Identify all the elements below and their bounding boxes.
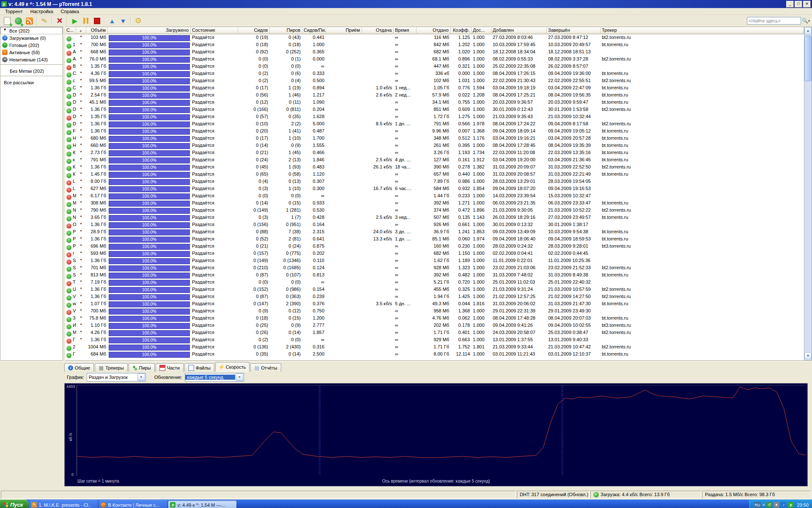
table-row[interactable]: ↑V*700 Мб100.0%Раздаётся0 (9)0 (12)0.750…	[65, 308, 804, 315]
sidebar-item-active[interactable]: ↕Активные (59)	[0, 49, 63, 56]
table-row[interactable]: ↑С*1.36 Гб100.0%Раздаётся0 (17)1 (19)0.8…	[65, 85, 804, 92]
table-row[interactable]: ↑М*6.17 Гб100.0%Раздаётся0 (0)0 (0)∞∞1.4…	[65, 193, 804, 200]
column-header-добавлен[interactable]: Добавлен	[491, 27, 547, 34]
maximize-button[interactable]: □	[795, 1, 802, 8]
sidebar-item-down[interactable]: ↓Загружаемые (0)	[0, 34, 63, 41]
table-row[interactable]: ↑О*1.36 Гб100.0%Раздаётся0 (156)0 (951)0…	[65, 221, 804, 229]
tray-collapse-icon[interactable]: «	[763, 502, 765, 507]
table-row[interactable]: ↑Н*660 Мб100.0%Раздаётся0 (14)0 (9)1.555…	[65, 142, 804, 149]
table-row[interactable]: ↑S*813 Мб100.0%Раздаётся0 (87)0 (107)0.8…	[65, 272, 804, 279]
tray-icon[interactable]: ♪	[781, 502, 786, 508]
table-row[interactable]: ↑L*627 Мб100.0%Раздаётся0 (3)1 (10)0.300…	[65, 185, 804, 193]
taskbar-button[interactable]: µv: 4.49 к ^: 1.54 M —...	[168, 500, 236, 508]
table-row[interactable]: ↑L*8.00 Гб100.0%Раздаётся0 (4)0 (13)0.30…	[65, 178, 804, 185]
tray-icon[interactable]: ↺	[766, 502, 772, 508]
table-row[interactable]: ↑D*1.35 Гб100.0%Раздаётся0 (57)0 (35)1.6…	[65, 113, 804, 121]
minimize-button[interactable]: _	[786, 1, 794, 8]
table-row[interactable]: ↑И*1.10 Гб100.0%Раздаётся0 (25)0 (9)2.77…	[65, 322, 804, 329]
table-row[interactable]: ↑21004 Мб100.0%Раздаётся0 (136)2 (430)0.…	[65, 344, 804, 351]
column-header-объм[interactable]: Объём	[86, 27, 108, 34]
scroll-track[interactable]	[804, 35, 812, 352]
column-header-пиров[interactable]: Пиров	[270, 27, 302, 34]
column-header-отдано[interactable]: Отдано	[417, 27, 451, 34]
sidebar-item-asterisk[interactable]: *Все (202)	[0, 27, 63, 34]
column-header-с[interactable]: С...	[65, 27, 76, 34]
table-row[interactable]: ↑Т*7.19 Гб100.0%Раздаётся0 (0)0 (0)∞∞5.2…	[65, 279, 804, 286]
column-header-отдача[interactable]: Отдача	[362, 27, 394, 34]
table-row[interactable]: ↑D*45.1 Мб100.0%Раздаётся0 (12)0 (11)1.0…	[65, 99, 804, 106]
column-header-завершн[interactable]: Завершён	[547, 27, 601, 34]
menu-item-торрент[interactable]: Торрент	[2, 8, 26, 14]
vertical-scrollbar[interactable]: ▲ ▼	[804, 27, 812, 360]
table-row[interactable]: ↑F*1.36 Гб100.0%Раздаётся0 (20)1 (41)0.4…	[65, 128, 804, 135]
tab-info[interactable]: iОбщие	[64, 363, 94, 372]
table-row[interactable]: ↑К*1.36 Гб100.0%Раздаётся0 (45)1 (93)0.4…	[65, 164, 804, 171]
column-header-загружено[interactable]: Загружено	[108, 27, 191, 34]
table-row[interactable]: ↑U*1.36 Гб100.0%Раздаётся0 (152)0 (986)0…	[65, 286, 804, 293]
tab-peers[interactable]: Пиры	[129, 363, 155, 372]
move-down-icon[interactable]: ▼	[118, 16, 128, 26]
close-button[interactable]: ✕	[803, 1, 811, 8]
table-row[interactable]: ↑М*4.26 Гб100.0%Раздаётся0 (26)0 (14)1.8…	[65, 329, 804, 337]
pause-icon[interactable]	[81, 16, 91, 26]
tab-pieces[interactable]: Части	[156, 363, 184, 372]
graph-type-select[interactable]: Раздач и Загрузок ▼	[87, 373, 146, 381]
table-row[interactable]: ↑г*593 Мб100.0%Раздаётся0 (157)0 (775)0.…	[65, 250, 804, 257]
table-row[interactable]: ↑В*1.35 Гб100.0%Раздаётся0 (0)0 (0)∞∞447…	[65, 63, 804, 70]
table-row[interactable]: ↑К*2.73 Гб100.0%Раздаётся0 (21)1 (45)0.4…	[65, 149, 804, 157]
stop-icon[interactable]	[92, 16, 102, 26]
language-indicator[interactable]: RU	[754, 502, 761, 508]
table-row[interactable]: ↑1*700 Мб100.0%Раздаётся0 (18)0 (18)1.00…	[65, 41, 804, 49]
table-row[interactable]: ↑N*790 Мб100.0%Раздаётся0 (149)1 (281)0.…	[65, 207, 804, 214]
column-header-сидов[interactable]: Сидов	[238, 27, 270, 34]
column-header-трекер[interactable]: Трекер	[601, 27, 804, 34]
table-row[interactable]: ↑Г684 Мб100.0%Раздаётся0 (35)0 (14)2.500…	[65, 351, 804, 358]
sidebar-item-feeds[interactable]: Все рассылки	[0, 79, 63, 86]
table-row[interactable]: ↑Р*28.9 Гб100.0%Раздаётся0 (88)7 (38)2.3…	[65, 229, 804, 236]
utorrent-tray-icon[interactable]: µ	[788, 502, 793, 508]
table-row[interactable]: ↑S*1.36 Гб100.0%Раздаётся0 (149)0 (1346)…	[65, 257, 804, 265]
column-header-состояние[interactable]: Состояние	[191, 27, 238, 34]
chevron-down-icon[interactable]: ▼	[236, 373, 243, 381]
table-row[interactable]: ↑Н*680 Мб100.0%Раздаётся0 (17)1 (10)1.70…	[65, 135, 804, 142]
table-row[interactable]: ↑к*791 Мб100.0%Раздаётся0 (24)2 (13)1.84…	[65, 157, 804, 164]
move-up-icon[interactable]: ▲	[107, 16, 117, 26]
add-url-icon[interactable]: +	[13, 16, 23, 26]
table-row[interactable]: ↑Р*1.36 Гб100.0%Раздаётся0 (52)2 (81)0.6…	[65, 236, 804, 243]
table-row[interactable]: ↑А*668 Мб100.0%Раздаётся0 (92)0 (252)0.3…	[65, 49, 804, 56]
sidebar-item-up[interactable]: ↑Готовые (202)	[0, 41, 63, 49]
table-row[interactable]: ↑М*308 Мб100.0%Раздаётся0 (14)0 (15)0.93…	[65, 200, 804, 207]
column-header-прим[interactable]: Приём	[326, 27, 362, 34]
taskbar-button[interactable]: ◠В Контакте | Личные с...	[99, 500, 167, 508]
table-row[interactable]: ↑.*103 Мб100.0%Раздаётся0 (19)0 (43)0.44…	[65, 34, 804, 41]
tab-trackers[interactable]: ▦Трекеры	[95, 363, 127, 372]
table-row[interactable]: ↑S*701 Мб100.0%Раздаётся0 (210)0 (1685)0…	[65, 265, 804, 272]
table-row[interactable]: ↑w*1.07 Гб100.0%Раздаётся0 (147)2 (390)0…	[65, 301, 804, 308]
table-row[interactable]: ↑А*76.0 Мб100.0%Раздаётся0 (0)0 (1)0.000…	[65, 56, 804, 63]
table-row[interactable]: ↑D*1.36 Гб100.0%Раздаётся0 (10)2 (2)5.00…	[65, 121, 804, 128]
remove-torrent-icon[interactable]: ✕	[55, 16, 65, 26]
start-icon[interactable]: ▶	[70, 16, 80, 26]
rss-icon[interactable]	[24, 16, 34, 26]
menu-item-настройка[interactable]: Настройка	[27, 8, 56, 14]
preferences-icon[interactable]: ⚙	[133, 16, 143, 26]
column-header-дос[interactable]: Дос...	[472, 27, 491, 34]
search-input[interactable]	[747, 17, 801, 25]
search-icon[interactable]: 🔍▾	[802, 17, 809, 25]
column-header-[interactable]: ▲	[76, 27, 86, 34]
taskbar-button[interactable]: ✎1. M.I.K.E. presents - Cl..	[29, 500, 98, 508]
sidebar-item-label-group[interactable]: Без Метки (202)	[0, 67, 63, 75]
column-header-коэфф[interactable]: Коэфф.	[451, 27, 472, 34]
table-row[interactable]: ↑С*4.36 Гб100.0%Раздаётся0 (2)0 (6)0.333…	[65, 70, 804, 77]
table-row[interactable]: ↑Р*696 Мб100.0%Раздаётся0 (21)0 (24)0.87…	[65, 243, 804, 250]
table-row[interactable]: ↑N*3.65 Гб100.0%Раздаётся0 (3)1 (7)0.428…	[65, 214, 804, 221]
scroll-down-arrow[interactable]: ▼	[804, 352, 812, 360]
start-button[interactable]: Пуск	[0, 500, 29, 508]
tab-reports[interactable]: ▤Отчёты	[250, 363, 281, 372]
scroll-up-arrow[interactable]: ▲	[804, 27, 812, 35]
chevron-down-icon[interactable]: ▼	[137, 373, 145, 381]
tab-files[interactable]: ⋮⋮Файлы	[184, 363, 214, 372]
table-row[interactable]: ↑V*1.36 Гб100.0%Раздаётся0 (87)0 (363)0.…	[65, 293, 804, 301]
scroll-thumb[interactable]	[804, 36, 812, 81]
menu-item-справка[interactable]: Справка	[58, 8, 82, 14]
